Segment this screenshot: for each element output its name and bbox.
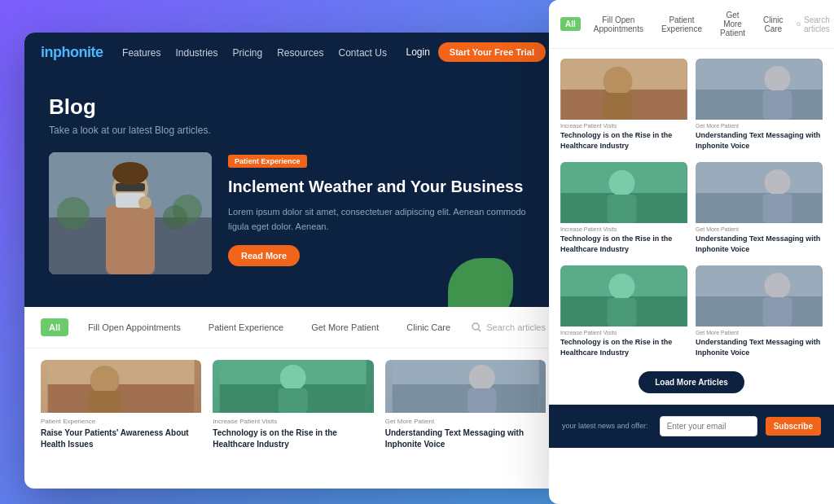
svg-point-23 [468, 365, 494, 391]
svg-point-45 [609, 274, 635, 300]
page-title: Blog [49, 94, 538, 120]
list-item: Patient Experience Raise Your Patients' … [41, 360, 201, 455]
svg-point-8 [57, 197, 90, 230]
login-button[interactable]: Login [406, 46, 429, 58]
right-card-body-4: Get More Patient Understanding Text Mess… [696, 223, 823, 257]
filter-bar: All Fill Open Appointments Patient Exper… [24, 307, 562, 348]
newsletter-subscribe-button[interactable]: Subscribe [766, 417, 821, 436]
svg-rect-42 [763, 194, 792, 223]
right-card-img-5 [560, 265, 687, 327]
right-card-img-3 [560, 162, 687, 223]
list-item: Increase Patient Visits Technology is on… [213, 360, 373, 455]
svg-rect-34 [763, 90, 792, 120]
right-filter-fill[interactable]: Fill Open Appointments [589, 13, 648, 36]
svg-rect-24 [467, 388, 496, 413]
hero-badge: Patient Experience [228, 155, 307, 168]
list-item: Get More Patient Understanding Text Mess… [696, 162, 823, 257]
right-card-img-2 [696, 59, 823, 120]
card-image-2 [213, 360, 373, 413]
svg-point-25 [797, 22, 800, 25]
right-card-badge-6: Get More Patient [696, 330, 823, 335]
card-body-2: Increase Patient Visits Technology is on… [213, 413, 373, 455]
right-card-body-6: Get More Patient Understanding Text Mess… [696, 327, 823, 361]
right-filter-more[interactable]: Get More Patient [715, 8, 750, 40]
right-filter-bar: All Fill Open Appointments Patient Exper… [549, 0, 834, 49]
feature-desc: Lorem ipsum dolor sit amet, consectetuer… [228, 205, 538, 234]
nav-actions: Login Start Your Free Trial [406, 42, 546, 62]
card-badge-2: Increase Patient Visits [213, 418, 373, 425]
nav-resources[interactable]: Resources [277, 47, 323, 59]
read-more-button[interactable]: Read More [228, 245, 300, 266]
newsletter-email-input[interactable] [660, 416, 757, 436]
newsletter-label: your latest news and offer: [562, 422, 647, 430]
svg-rect-48 [696, 296, 823, 327]
right-card-title-3: Technology is on the Rise in the Healthc… [560, 234, 687, 254]
right-card-title-2: Understanding Text Messaging with Inphon… [696, 130, 823, 151]
svg-rect-46 [608, 298, 637, 327]
search-icon [472, 322, 481, 332]
svg-point-10 [163, 205, 187, 230]
svg-point-11 [472, 323, 479, 330]
svg-line-26 [799, 24, 800, 25]
svg-point-19 [280, 365, 306, 391]
list-item: Get More Patient Understanding Text Mess… [696, 59, 823, 154]
nav-contact[interactable]: Contact Us [339, 47, 387, 59]
card-body-3: Get More Patient Understanding Text Mess… [385, 413, 546, 455]
load-more-button[interactable]: Load More Articles [639, 371, 744, 393]
svg-rect-40 [696, 193, 823, 223]
right-card-img-4 [696, 162, 823, 223]
newsletter-bar: your latest news and offer: Subscribe [549, 405, 834, 448]
right-card-img-1 [560, 59, 687, 120]
trial-button[interactable]: Start Your Free Trial [438, 42, 546, 62]
right-card-body-5: Increase Patient Visits Technology is on… [560, 327, 687, 361]
right-card-badge-3: Increase Patient Visits [560, 226, 687, 232]
right-card-title-1: Technology is on the Rise in the Healthc… [560, 130, 687, 151]
nav-links: Features Industries Pricing Resources Co… [122, 45, 387, 59]
right-card-img-6 [696, 265, 823, 327]
svg-rect-50 [763, 297, 792, 327]
svg-point-29 [604, 67, 633, 96]
right-card-badge-2: Get More Patient [696, 123, 823, 129]
card-badge-3: Get More Patient [385, 418, 546, 425]
right-filter-all[interactable]: All [560, 17, 581, 31]
list-item: Get More Patient Understanding Text Mess… [385, 360, 546, 455]
filter-patient-exp[interactable]: Patient Experience [200, 318, 292, 336]
right-filter-patient[interactable]: Patient Experience [656, 13, 707, 36]
list-item: Increase Patient Visits Technology is on… [560, 265, 687, 361]
card-body-1: Patient Experience Raise Your Patients' … [41, 413, 201, 455]
filter-fill-open[interactable]: Fill Open Appointments [80, 318, 189, 336]
hero-image [49, 152, 212, 274]
right-search-box[interactable]: Search articles [797, 15, 834, 33]
search-box[interactable]: Search articles [472, 322, 546, 332]
right-card-title-6: Understanding Text Messaging with Inphon… [696, 337, 823, 357]
svg-point-49 [765, 273, 791, 299]
hero-content: Patient Experience Inclement Weather and… [49, 152, 538, 274]
right-card-title-5: Technology is on the Rise in the Healthc… [560, 337, 687, 357]
nav-bar: inphonite Features Industries Pricing Re… [24, 33, 562, 72]
browser-window: inphonite Features Industries Pricing Re… [24, 33, 562, 489]
hero-text-block: Patient Experience Inclement Weather and… [228, 152, 538, 266]
svg-rect-38 [608, 195, 637, 223]
right-card-badge-1: Increase Patient Visits [560, 123, 687, 129]
svg-rect-32 [696, 90, 823, 120]
svg-line-12 [478, 329, 481, 331]
filter-get-more[interactable]: Get More Patient [303, 318, 387, 336]
svg-rect-30 [604, 93, 633, 120]
card-title-1: Raise Your Patients' Awareness About Hea… [41, 427, 201, 450]
filter-clinic-care[interactable]: Clinic Care [398, 318, 459, 336]
list-item: Get More Patient Understanding Text Mess… [696, 265, 823, 361]
nav-pricing[interactable]: Pricing [232, 47, 262, 59]
svg-rect-3 [106, 205, 155, 274]
right-card-body-1: Increase Patient Visits Technology is on… [560, 120, 687, 154]
newsletter-text: your latest news and offer: [562, 421, 652, 432]
svg-point-7 [138, 196, 151, 209]
nav-features[interactable]: Features [122, 47, 160, 59]
right-card-badge-4: Get More Patient [696, 226, 823, 232]
right-filter-clinic[interactable]: Clinic Care [758, 13, 788, 36]
right-card-badge-5: Increase Patient Visits [560, 330, 687, 335]
filter-all[interactable]: All [41, 318, 68, 336]
hero-subtitle: Take a look at our latest Blog articles. [49, 125, 538, 136]
nav-industries[interactable]: Industries [175, 47, 217, 59]
list-item: Increase Patient Visits Technology is on… [560, 162, 687, 257]
right-card-title-4: Understanding Text Messaging with Inphon… [696, 234, 823, 254]
